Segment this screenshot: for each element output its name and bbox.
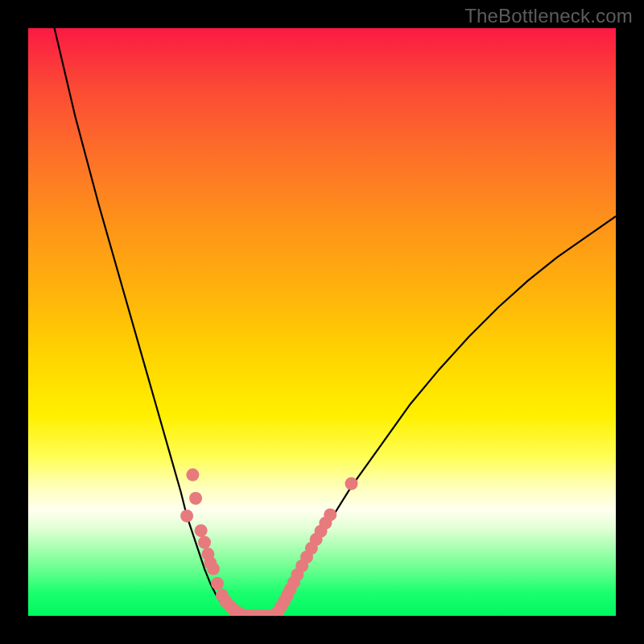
attribution-text: TheBottleneck.com [464,5,633,27]
bottleneck-curve [52,28,616,616]
chart-frame: TheBottleneck.com [0,0,644,644]
marker-group [180,469,357,616]
chart-svg [28,28,616,616]
data-marker [211,577,224,590]
data-marker [198,536,211,549]
data-marker [195,524,208,537]
data-marker [180,510,193,522]
data-marker [207,563,220,576]
data-marker [186,469,199,481]
data-marker [345,477,358,490]
curve-group [52,28,616,616]
plot-area [28,28,616,616]
data-marker [324,508,336,521]
data-marker [189,492,202,505]
